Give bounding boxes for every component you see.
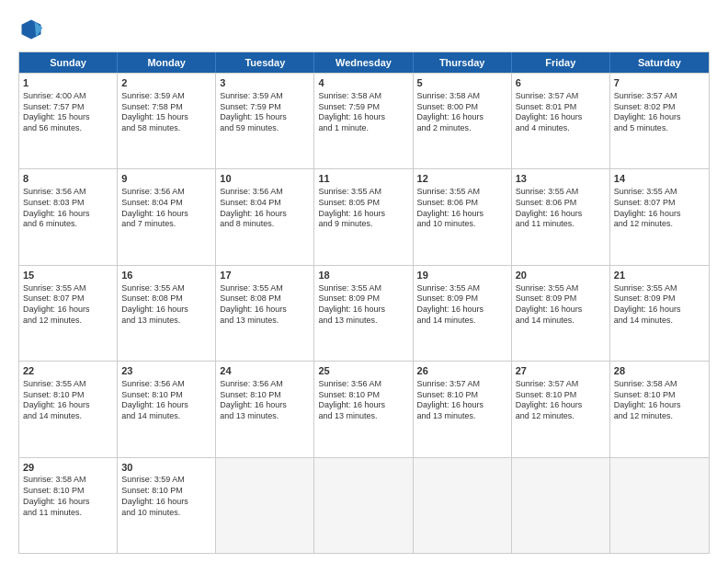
cell-text-line: Daylight: 16 hours bbox=[614, 112, 705, 123]
header-day-sunday: Sunday bbox=[19, 52, 118, 73]
cell-text-line: Daylight: 16 hours bbox=[23, 400, 113, 411]
cell-text-line: Daylight: 16 hours bbox=[23, 497, 113, 508]
cell-text-line: Sunset: 8:10 PM bbox=[614, 390, 705, 401]
cell-text-line: Sunset: 8:01 PM bbox=[516, 102, 606, 113]
cell-text-line: Daylight: 16 hours bbox=[121, 304, 211, 316]
day-cell-29: 29Sunrise: 3:58 AMSunset: 8:10 PMDayligh… bbox=[19, 458, 118, 553]
cell-text-line: Sunset: 7:58 PM bbox=[121, 102, 211, 113]
day-number: 8 bbox=[23, 172, 113, 186]
cell-text-line: Sunrise: 3:58 AM bbox=[417, 91, 507, 102]
cell-text-line: and 1 minute. bbox=[318, 123, 408, 134]
cell-text-line: and 11 minutes. bbox=[516, 219, 606, 230]
cell-text-line: and 8 minutes. bbox=[220, 219, 310, 230]
cell-text-line: Sunrise: 3:55 AM bbox=[417, 187, 507, 198]
cell-text-line: Sunrise: 3:56 AM bbox=[318, 379, 408, 390]
cell-text-line: and 11 minutes. bbox=[23, 508, 113, 519]
day-number: 1 bbox=[23, 76, 113, 90]
cell-text-line: Sunset: 8:10 PM bbox=[318, 390, 408, 401]
cell-text-line: Sunrise: 3:55 AM bbox=[23, 283, 113, 294]
cell-text-line: Sunrise: 3:59 AM bbox=[121, 91, 211, 102]
cell-text-line: Sunset: 8:09 PM bbox=[417, 293, 507, 304]
calendar-row-3: 15Sunrise: 3:55 AMSunset: 8:07 PMDayligh… bbox=[19, 265, 709, 361]
cell-text-line: Daylight: 16 hours bbox=[220, 209, 310, 220]
day-cell-17: 17Sunrise: 3:55 AMSunset: 8:08 PMDayligh… bbox=[216, 266, 314, 361]
cell-text-line: Sunrise: 3:56 AM bbox=[121, 379, 211, 390]
cell-text-line: and 13 minutes. bbox=[220, 316, 310, 327]
calendar-header: SundayMondayTuesdayWednesdayThursdayFrid… bbox=[19, 52, 709, 73]
day-number: 14 bbox=[614, 172, 705, 186]
cell-text-line: Sunset: 8:06 PM bbox=[516, 198, 606, 209]
cell-text-line: and 14 minutes. bbox=[516, 316, 606, 327]
cell-text-line: Sunrise: 3:55 AM bbox=[614, 283, 705, 294]
cell-text-line: and 14 minutes. bbox=[121, 411, 211, 422]
cell-text-line: Sunrise: 3:58 AM bbox=[318, 91, 408, 102]
cell-text-line: Sunrise: 3:55 AM bbox=[516, 283, 606, 294]
cell-text-line: Sunset: 8:10 PM bbox=[23, 486, 113, 497]
day-number: 16 bbox=[121, 269, 211, 282]
day-number: 30 bbox=[121, 461, 211, 475]
cell-text-line: Daylight: 16 hours bbox=[516, 209, 606, 220]
logo-icon bbox=[18, 17, 44, 42]
cell-text-line: Sunrise: 3:55 AM bbox=[23, 379, 113, 390]
day-cell-8: 8Sunrise: 3:56 AMSunset: 8:03 PMDaylight… bbox=[19, 169, 118, 264]
calendar: SundayMondayTuesdayWednesdayThursdayFrid… bbox=[18, 52, 710, 554]
day-cell-9: 9Sunrise: 3:56 AMSunset: 8:04 PMDaylight… bbox=[118, 169, 216, 264]
cell-text-line: and 56 minutes. bbox=[23, 123, 113, 134]
cell-text-line: Sunrise: 3:59 AM bbox=[121, 475, 211, 486]
cell-text-line: Sunset: 8:09 PM bbox=[614, 293, 705, 304]
day-number: 6 bbox=[516, 76, 606, 90]
cell-text-line: and 12 minutes. bbox=[23, 316, 113, 327]
cell-text-line: Sunset: 7:57 PM bbox=[23, 102, 113, 113]
day-cell-13: 13Sunrise: 3:55 AMSunset: 8:06 PMDayligh… bbox=[512, 169, 610, 264]
cell-text-line: and 7 minutes. bbox=[121, 219, 211, 230]
day-number: 27 bbox=[516, 364, 606, 378]
cell-text-line: and 6 minutes. bbox=[23, 219, 113, 230]
day-cell-2: 2Sunrise: 3:59 AMSunset: 7:58 PMDaylight… bbox=[118, 74, 216, 168]
cell-text-line: and 58 minutes. bbox=[121, 123, 211, 134]
cell-text-line: and 10 minutes. bbox=[417, 219, 507, 230]
cell-text-line: Daylight: 16 hours bbox=[516, 112, 606, 123]
cell-text-line: Daylight: 16 hours bbox=[23, 209, 113, 220]
cell-text-line: Sunrise: 3:55 AM bbox=[121, 283, 211, 294]
cell-text-line: Daylight: 16 hours bbox=[614, 400, 705, 411]
day-cell-21: 21Sunrise: 3:55 AMSunset: 8:09 PMDayligh… bbox=[610, 266, 709, 361]
day-number: 22 bbox=[23, 364, 113, 378]
day-number: 9 bbox=[121, 172, 211, 186]
cell-text-line: Sunset: 8:10 PM bbox=[220, 390, 310, 401]
cell-text-line: Sunrise: 3:55 AM bbox=[220, 283, 310, 294]
cell-text-line: Sunset: 7:59 PM bbox=[318, 102, 408, 113]
day-number: 10 bbox=[220, 172, 310, 186]
cell-text-line: and 59 minutes. bbox=[220, 123, 310, 134]
day-number: 17 bbox=[220, 269, 310, 282]
cell-text-line: and 4 minutes. bbox=[516, 123, 606, 134]
cell-text-line: Sunrise: 3:59 AM bbox=[220, 91, 310, 102]
day-number: 7 bbox=[614, 76, 705, 90]
cell-text-line: Daylight: 16 hours bbox=[220, 304, 310, 316]
day-cell-24: 24Sunrise: 3:56 AMSunset: 8:10 PMDayligh… bbox=[216, 362, 314, 456]
cell-text-line: Daylight: 16 hours bbox=[516, 400, 606, 411]
cell-text-line: Sunrise: 3:57 AM bbox=[417, 379, 507, 390]
cell-text-line: Sunrise: 3:56 AM bbox=[23, 187, 113, 198]
day-number: 3 bbox=[220, 76, 310, 90]
cell-text-line: Sunset: 8:10 PM bbox=[417, 390, 507, 401]
cell-text-line: Sunrise: 3:57 AM bbox=[516, 91, 606, 102]
cell-text-line: Daylight: 16 hours bbox=[318, 112, 408, 123]
cell-text-line: Sunset: 8:10 PM bbox=[516, 390, 606, 401]
cell-text-line: Sunrise: 3:56 AM bbox=[220, 379, 310, 390]
cell-text-line: and 14 minutes. bbox=[614, 316, 705, 327]
cell-text-line: Sunrise: 3:58 AM bbox=[23, 475, 113, 486]
cell-text-line: Daylight: 16 hours bbox=[220, 400, 310, 411]
cell-text-line: and 9 minutes. bbox=[318, 219, 408, 230]
day-number: 25 bbox=[318, 364, 408, 378]
day-cell-3: 3Sunrise: 3:59 AMSunset: 7:59 PMDaylight… bbox=[216, 74, 314, 168]
day-cell-5: 5Sunrise: 3:58 AMSunset: 8:00 PMDaylight… bbox=[414, 74, 512, 168]
cell-text-line: Sunrise: 3:55 AM bbox=[614, 187, 705, 198]
day-number: 11 bbox=[318, 172, 408, 186]
day-cell-14: 14Sunrise: 3:55 AMSunset: 8:07 PMDayligh… bbox=[610, 169, 709, 264]
cell-text-line: and 12 minutes. bbox=[516, 411, 606, 422]
cell-text-line: Sunset: 8:04 PM bbox=[121, 198, 211, 209]
calendar-row-2: 8Sunrise: 3:56 AMSunset: 8:03 PMDaylight… bbox=[19, 168, 709, 264]
day-number: 18 bbox=[318, 269, 408, 282]
cell-text-line: Sunset: 8:10 PM bbox=[121, 390, 211, 401]
cell-text-line: Daylight: 16 hours bbox=[417, 304, 507, 316]
